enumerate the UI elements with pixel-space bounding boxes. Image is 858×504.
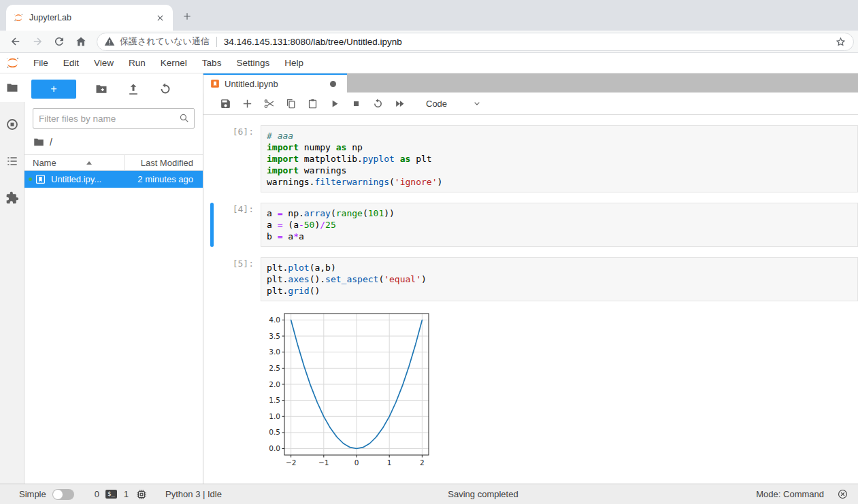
omnibox[interactable]: 保護されていない通信 34.146.145.131:8080/lab/tree/… (97, 33, 854, 51)
cell-output-plot: −2−10120.00.51.01.52.02.53.03.54.0 (263, 312, 858, 476)
browser-tab[interactable]: JupyterLab (6, 5, 173, 31)
filter-files-input[interactable] (33, 108, 195, 129)
copy-button[interactable] (285, 98, 297, 110)
jupyter-logo-icon (5, 55, 20, 71)
cell-editor[interactable]: plt.plot(a,b) plt.axes().set_aspect('equ… (261, 257, 858, 301)
file-name: Untitled.ipy... (51, 174, 137, 184)
notebook-tab[interactable]: Untitled.ipynb (203, 73, 347, 93)
folder-icon (5, 81, 19, 95)
cell-prompt: [6]: (203, 125, 261, 192)
refresh-icon[interactable] (159, 82, 172, 96)
svg-text:3.0: 3.0 (269, 348, 280, 356)
cell-type-value: Code (426, 99, 447, 109)
breadcrumb-root[interactable]: / (50, 137, 52, 148)
kernels-count[interactable]: 1 (124, 489, 129, 499)
address-bar: 保護されていない通信 34.146.145.131:8080/lab/tree/… (0, 31, 858, 53)
stop-circle-icon (5, 118, 19, 131)
browser-tab-strip: JupyterLab (0, 0, 858, 31)
breadcrumb[interactable]: / (33, 136, 195, 148)
activity-puzzle[interactable] (0, 184, 24, 212)
notebook-cell[interactable]: [5]:plt.plot(a,b) plt.axes().set_aspect(… (203, 257, 858, 301)
stop-button[interactable] (350, 98, 362, 110)
notebook-tab-title: Untitled.ipynb (225, 79, 330, 89)
menu-item-run[interactable]: Run (121, 53, 153, 73)
kernel-running-dot (29, 178, 32, 181)
command-mode-indicator[interactable]: Mode: Command (756, 489, 824, 499)
svg-text:1.5: 1.5 (269, 396, 280, 404)
not-secure-warning-icon[interactable] (104, 36, 115, 47)
menu-item-view[interactable]: View (86, 53, 121, 73)
run-all-button[interactable] (394, 98, 406, 110)
unsaved-changes-dot[interactable] (330, 81, 336, 87)
svg-text:4.0: 4.0 (269, 316, 280, 324)
cell-prompt: [4]: (203, 203, 261, 247)
new-tab-button[interactable] (178, 7, 196, 25)
activity-folder[interactable] (0, 73, 24, 102)
menu-item-help[interactable]: Help (277, 53, 311, 73)
file-row[interactable]: Untitled.ipy...2 minutes ago (24, 171, 203, 188)
paste-button[interactable] (307, 98, 318, 110)
menu-item-settings[interactable]: Settings (229, 53, 277, 73)
activity-bar (0, 73, 24, 484)
svg-text:0.5: 0.5 (269, 428, 280, 436)
svg-text:0.0: 0.0 (269, 444, 280, 452)
svg-text:1.0: 1.0 (269, 412, 280, 420)
security-chip-label[interactable]: 保護されていない通信 (120, 35, 210, 48)
url-text[interactable]: 34.146.145.131:8080/lab/tree/Untitled.ip… (224, 37, 835, 47)
upload-icon[interactable] (127, 82, 140, 96)
menubar-items: FileEditViewRunKernelTabsSettingsHelp (26, 53, 311, 73)
menu-item-kernel[interactable]: Kernel (153, 53, 195, 73)
notifications-off-icon[interactable] (837, 488, 848, 500)
reload-icon[interactable] (53, 35, 65, 48)
run-button[interactable] (329, 98, 340, 110)
activity-list[interactable] (0, 147, 24, 175)
file-browser: + / Name Last Modified Untitled.ipy...2 … (24, 73, 203, 484)
terminal-icon[interactable]: $_ (105, 490, 117, 499)
simple-mode-toggle[interactable] (52, 489, 74, 500)
back-icon[interactable] (10, 35, 22, 48)
notebook-panel: Untitled.ipynb Code [6]:# aaa import num… (203, 73, 858, 484)
cut-button[interactable] (263, 98, 275, 110)
menu-item-tabs[interactable]: Tabs (195, 53, 229, 73)
bookmark-star-icon[interactable] (835, 36, 846, 48)
kernel-status[interactable]: Python 3 | Idle (165, 489, 222, 499)
svg-text:−2: −2 (286, 458, 296, 467)
save-button[interactable] (220, 98, 231, 110)
notebook-toolbar: Code (203, 93, 858, 115)
browser-window: JupyterLab 保護されていない通信 34.146.1 (0, 0, 858, 504)
terminals-count[interactable]: 0 (95, 489, 99, 499)
kernel-chip-icon[interactable] (135, 488, 148, 501)
activity-stop-circle[interactable] (0, 110, 24, 139)
menu-item-file[interactable]: File (26, 53, 56, 73)
cell-editor[interactable]: # aaa import numpy as np import matplotl… (261, 125, 858, 192)
file-list-header: Name Last Modified (24, 154, 203, 171)
jupyter-favicon-icon (13, 12, 24, 23)
notebook-cell[interactable]: [6]:# aaa import numpy as np import matp… (203, 125, 858, 192)
cell-prompt: [5]: (203, 257, 261, 301)
chevron-down-icon (472, 98, 482, 109)
cell-editor[interactable]: a = np.array(range(101)) a = (a-50)/25 b… (261, 203, 858, 247)
svg-text:2.0: 2.0 (269, 380, 280, 388)
svg-text:2.5: 2.5 (269, 364, 280, 372)
file-list: Untitled.ipy...2 minutes ago (24, 171, 203, 188)
tab-close-icon[interactable] (154, 12, 166, 24)
search-icon (178, 112, 190, 124)
list-icon (5, 154, 19, 168)
column-header-last-modified[interactable]: Last Modified (125, 158, 203, 168)
simple-mode-label: Simple (19, 489, 46, 499)
folder-icon[interactable] (33, 136, 45, 148)
dock-tab-bar: Untitled.ipynb (203, 73, 858, 93)
cell-type-dropdown[interactable]: Code (426, 98, 482, 109)
home-icon[interactable] (75, 35, 87, 48)
add-button[interactable] (242, 98, 253, 110)
notebook-cell[interactable]: [4]:a = np.array(range(101)) a = (a-50)/… (203, 203, 858, 247)
column-header-name[interactable]: Name (24, 155, 125, 170)
forward-icon[interactable] (31, 35, 44, 48)
new-launcher-button[interactable]: + (31, 80, 76, 99)
new-folder-icon[interactable] (95, 82, 108, 96)
svg-text:1: 1 (387, 458, 392, 467)
menu-item-edit[interactable]: Edit (56, 53, 86, 73)
file-browser-toolbar: + (24, 73, 203, 104)
status-bar: Simple 0 $_ 1 Python 3 | Idle Saving com… (0, 484, 858, 504)
restart-button[interactable] (372, 98, 384, 110)
